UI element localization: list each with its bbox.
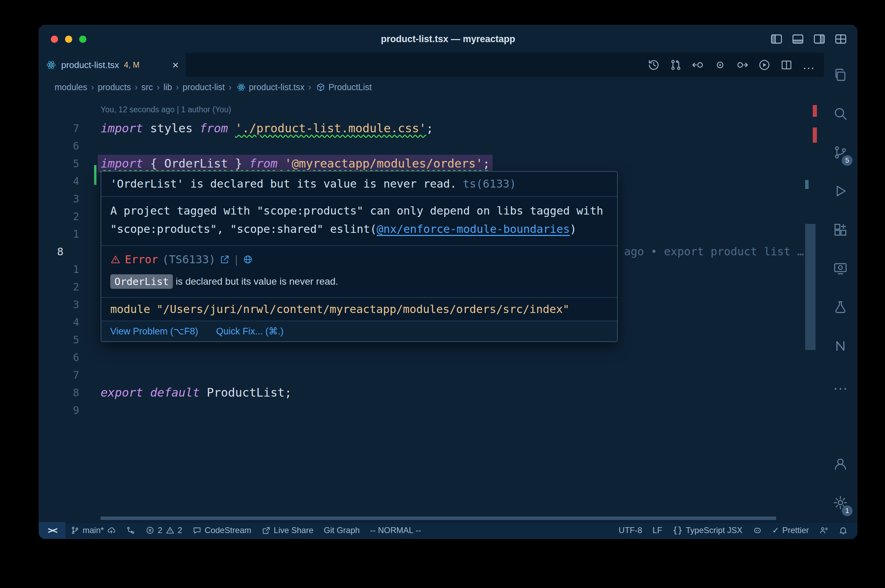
close-window-button[interactable] xyxy=(51,36,58,43)
editor-layout-icon[interactable] xyxy=(834,33,847,46)
module-keyword: module xyxy=(110,303,150,316)
vscode-window: product-list.tsx — myreactapp product-li… xyxy=(39,25,857,539)
git-compare-status[interactable] xyxy=(121,522,140,538)
line-number: 6 xyxy=(73,349,79,366)
error-count: 2 xyxy=(158,525,162,535)
git-branch-icon xyxy=(71,526,80,535)
code-token: './product-list.module.css' xyxy=(235,121,426,135)
activity-nx-console[interactable] xyxy=(824,327,857,365)
external-link-icon[interactable] xyxy=(219,254,230,265)
current-line-number: 8 xyxy=(57,243,64,261)
activity-accounts[interactable] xyxy=(824,445,857,483)
feedback-icon xyxy=(819,526,828,535)
eol-label: LF xyxy=(653,525,663,535)
gitlens-codelens[interactable]: You, 12 seconds ago | 1 author (You) xyxy=(101,102,231,117)
activity-settings[interactable]: 1 xyxy=(824,483,857,522)
bell-icon xyxy=(839,526,847,535)
toggle-sidebar-icon[interactable] xyxy=(770,33,783,46)
vertical-scrollbar[interactable] xyxy=(805,224,816,350)
editor-actions: … xyxy=(648,53,824,77)
activity-remote-explorer[interactable] xyxy=(824,249,857,288)
activity-explorer[interactable] xyxy=(824,56,857,94)
error-label: Error xyxy=(125,253,158,266)
overview-ruler-info-mark xyxy=(805,180,808,189)
horizontal-scrollbar[interactable] xyxy=(101,516,776,520)
more-icon: … xyxy=(833,377,848,392)
code-token: { xyxy=(143,156,164,170)
language-mode-status[interactable]: {} TypeScript JSX xyxy=(667,522,748,538)
line-number: 7 xyxy=(73,120,79,137)
problems-status[interactable]: 2 2 xyxy=(140,522,187,538)
tooltip-actions: View Problem (⌥F8) Quick Fix... (⌘.) xyxy=(101,321,617,341)
copilot-status[interactable] xyxy=(748,522,767,538)
error-code: (TS6133) xyxy=(162,253,215,266)
branch-status[interactable]: main* xyxy=(65,522,121,538)
codestream-status[interactable]: CodeStream xyxy=(187,522,257,538)
toggle-secondary-sidebar-icon[interactable] xyxy=(813,33,826,46)
breadcrumb-modules[interactable]: modules xyxy=(55,82,87,92)
eslint-rule-link[interactable]: @nx/enforce-module-boundaries xyxy=(377,222,570,236)
git-graph-status[interactable]: Git Graph xyxy=(319,522,365,538)
breadcrumb-products[interactable]: products xyxy=(98,82,131,92)
breadcrumb-product-list[interactable]: product-list xyxy=(183,82,225,92)
file-history-icon[interactable] xyxy=(648,59,660,71)
diagnostic-code: ts(6133) xyxy=(463,177,516,190)
breadcrumb-symbol[interactable]: ProductList xyxy=(328,82,372,92)
activity-search[interactable] xyxy=(824,94,857,133)
split-editor-icon[interactable] xyxy=(780,59,793,71)
code-line-export-default: export default ProductList; xyxy=(101,384,292,402)
code-token: from xyxy=(249,156,278,170)
tab-product-list[interactable]: product-list.tsx 4, M × xyxy=(39,53,186,77)
view-problem-action[interactable]: View Problem (⌥F8) xyxy=(110,326,198,337)
line-number: 5 xyxy=(73,155,79,172)
code-token: ProductList; xyxy=(200,386,292,399)
quick-fix-action[interactable]: Quick Fix... (⌘.) xyxy=(216,326,284,337)
activity-source-control[interactable]: 5 xyxy=(824,133,857,172)
more-actions-icon[interactable]: … xyxy=(802,59,815,71)
activity-bar: 5 … 1 xyxy=(824,53,857,522)
breadcrumb-file[interactable]: product-list.tsx xyxy=(249,82,305,92)
tooltip-eslint-diagnostic: A project tagged with "scope:products" c… xyxy=(101,197,617,246)
activity-more[interactable]: … xyxy=(824,365,857,404)
line-number: 3 xyxy=(73,190,79,208)
activity-extensions[interactable] xyxy=(824,210,857,249)
minimize-window-button[interactable] xyxy=(65,36,72,43)
react-icon xyxy=(236,82,246,92)
code-token: import xyxy=(101,121,143,135)
globe-icon[interactable] xyxy=(243,254,253,265)
breadcrumb-src[interactable]: src xyxy=(141,82,153,92)
zoom-window-button[interactable] xyxy=(79,36,86,43)
previous-change-icon[interactable] xyxy=(692,59,704,71)
warning-triangle-icon xyxy=(165,526,174,535)
code-token: OrderList xyxy=(164,156,228,170)
activity-testing[interactable] xyxy=(824,288,857,327)
feedback-status[interactable] xyxy=(814,522,834,538)
open-changes-icon[interactable] xyxy=(714,59,726,71)
code-token: ; xyxy=(426,121,433,135)
compare-changes-icon[interactable] xyxy=(670,59,682,71)
line-number: 4 xyxy=(73,314,79,331)
activity-run-debug[interactable] xyxy=(824,172,857,210)
encoding-status[interactable]: UTF-8 xyxy=(614,522,648,538)
code-editor[interactable]: 76543218123456789 You, 12 seconds ago | … xyxy=(39,97,824,522)
run-file-icon[interactable] xyxy=(758,59,771,71)
line-number: 9 xyxy=(73,402,79,419)
line-number: 2 xyxy=(73,278,79,296)
remote-indicator[interactable]: >< xyxy=(39,522,65,538)
notifications-status[interactable] xyxy=(834,522,853,538)
toggle-panel-icon[interactable] xyxy=(791,33,804,46)
vim-mode-status[interactable]: -- NORMAL -- xyxy=(365,522,426,538)
code-line-import-styles: import styles from './product-list.modul… xyxy=(101,120,433,137)
breadcrumb-lib[interactable]: lib xyxy=(164,82,172,92)
next-change-icon[interactable] xyxy=(736,59,748,71)
overview-ruler-error-mark xyxy=(813,128,817,142)
eol-status[interactable]: LF xyxy=(648,522,667,538)
remote-icon: >< xyxy=(48,525,56,536)
close-tab-button[interactable]: × xyxy=(172,59,179,70)
encoding-label: UTF-8 xyxy=(619,525,642,535)
live-share-status[interactable]: Live Share xyxy=(257,522,319,538)
prettier-status[interactable]: ✓ Prettier xyxy=(767,522,814,538)
language-label: TypeScript JSX xyxy=(685,525,742,535)
line-number: 5 xyxy=(73,331,79,349)
line-number: 3 xyxy=(73,296,79,314)
